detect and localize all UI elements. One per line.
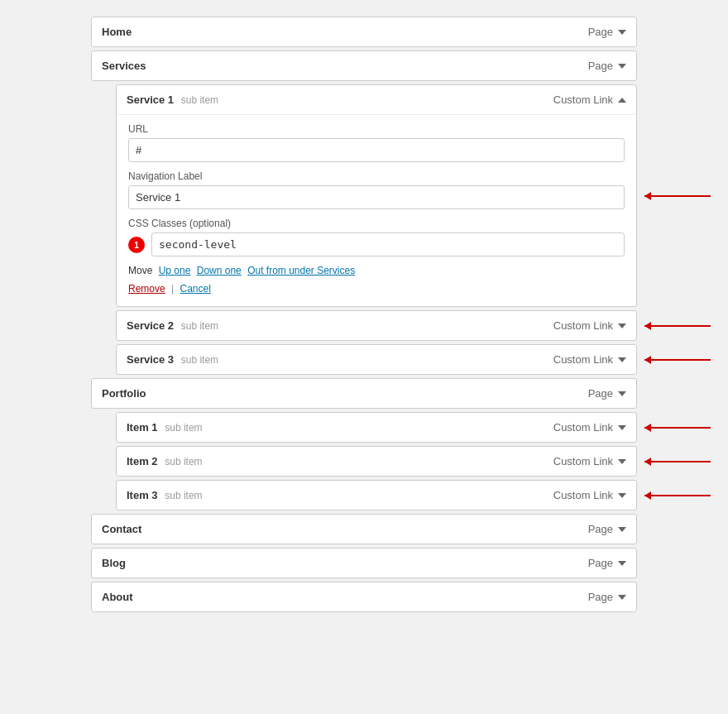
menu-item-service2: Service 2 sub item Custom Link [116,310,637,341]
home-label: Home [102,26,132,38]
css-field-group: CSS Classes (optional) 1 [128,218,625,256]
url-label: URL [128,123,625,135]
menu-list: Home Page Services Page Service 1 sub it… [91,8,637,624]
menu-item-services-wrapper: Services Page Service 1 sub item Custom … [91,50,637,375]
services-type: Page [588,60,613,72]
item3-header[interactable]: Item 3 sub item Custom Link [117,481,636,510]
service3-header[interactable]: Service 3 sub item Custom Link [117,345,636,374]
item2-label: Item 2 [127,455,158,467]
services-children: Service 1 sub item Custom Link URL Navig… [116,84,637,375]
menu-item-item1: Item 1 sub item Custom Link [116,412,637,443]
contact-type: Page [588,523,613,535]
portfolio-expand-icon[interactable] [618,391,626,396]
item2-header[interactable]: Item 2 sub item Custom Link [117,447,636,476]
move-down-link[interactable]: Down one [197,265,242,276]
item2-annotation [644,461,711,462]
item3-label: Item 3 [127,489,158,501]
menu-item-service3: Service 3 sub item Custom Link [116,344,637,375]
separator: | [171,283,174,295]
item3-sublabel: sub item [165,490,202,501]
service1-type: Custom Link [553,93,613,106]
service1-collapse-icon[interactable] [618,98,626,103]
move-out-link[interactable]: Out from under Services [247,265,355,276]
item1-label: Item 1 [127,421,158,434]
about-label: About [102,591,133,603]
service1-sublabel: sub item [181,94,218,106]
item2-expand-icon[interactable] [618,459,626,464]
service2-label: Service 2 [127,319,174,332]
item1-expand-icon[interactable] [618,425,626,430]
home-type: Page [588,26,613,38]
services-expand-icon[interactable] [618,64,626,69]
blog-type: Page [588,557,613,569]
service1-header[interactable]: Service 1 sub item Custom Link [117,85,636,114]
nav-label-label: Navigation Label [128,170,625,182]
service2-annotation [644,325,711,327]
service3-type: Custom Link [553,353,613,366]
item3-annotation [644,495,711,496]
nav-label-field-group: Navigation Label [128,170,625,209]
portfolio-type: Page [588,387,613,400]
menu-item-service1: Service 1 sub item Custom Link URL Navig… [116,84,637,307]
item2-type: Custom Link [553,455,613,467]
css-label: CSS Classes (optional) [128,218,625,229]
item1-type: Custom Link [553,421,613,434]
services-label: Services [102,60,146,72]
item1-annotation [644,427,711,429]
service2-expand-icon[interactable] [618,323,626,328]
item1-sublabel: sub item [165,422,202,434]
move-label: Move [128,265,152,276]
remove-link[interactable]: Remove [128,283,165,295]
menu-item-about[interactable]: About Page [91,582,637,612]
menu-item-blog[interactable]: Blog Page [91,548,637,578]
menu-item-home[interactable]: Home Page [91,17,637,47]
service2-sublabel: sub item [181,320,218,332]
css-input[interactable] [151,232,625,256]
url-field-group: URL [128,123,625,162]
service2-header[interactable]: Service 2 sub item Custom Link [117,311,636,340]
item3-expand-icon[interactable] [618,493,626,498]
url-input[interactable] [128,138,625,162]
service3-expand-icon[interactable] [618,357,626,362]
contact-expand-icon[interactable] [618,527,626,532]
blog-label: Blog [102,557,126,569]
move-row: Move Up one Down one Out from under Serv… [128,265,625,276]
item1-header[interactable]: Item 1 sub item Custom Link [117,413,636,442]
service1-label: Service 1 [127,93,174,106]
css-badge: 1 [128,237,145,253]
about-expand-icon[interactable] [618,595,626,600]
service3-sublabel: sub item [181,354,218,366]
move-up-link[interactable]: Up one [159,265,191,276]
portfolio-children: Item 1 sub item Custom Link Item 2 [116,412,637,510]
menu-item-item2: Item 2 sub item Custom Link [116,446,637,477]
service1-annotation [644,195,711,197]
action-row: Remove | Cancel [128,283,625,295]
item2-sublabel: sub item [165,456,202,467]
menu-item-portfolio-wrapper: Portfolio Page Item 1 sub item Custom Li… [91,378,637,510]
service2-type: Custom Link [553,319,613,332]
portfolio-label: Portfolio [102,387,146,400]
menu-item-item3: Item 3 sub item Custom Link [116,480,637,510]
service1-content: URL Navigation Label CSS Classes (option… [117,114,636,306]
service3-label: Service 3 [127,353,174,366]
cancel-link[interactable]: Cancel [180,283,211,295]
blog-expand-icon[interactable] [618,561,626,566]
menu-item-portfolio[interactable]: Portfolio Page [91,378,637,409]
service3-annotation [644,359,711,361]
item3-type: Custom Link [553,489,613,501]
contact-label: Contact [102,523,141,535]
about-type: Page [588,591,613,603]
nav-label-input[interactable] [128,185,625,209]
home-expand-icon[interactable] [618,30,626,35]
menu-item-services[interactable]: Services Page [91,50,637,81]
menu-item-contact[interactable]: Contact Page [91,514,637,544]
